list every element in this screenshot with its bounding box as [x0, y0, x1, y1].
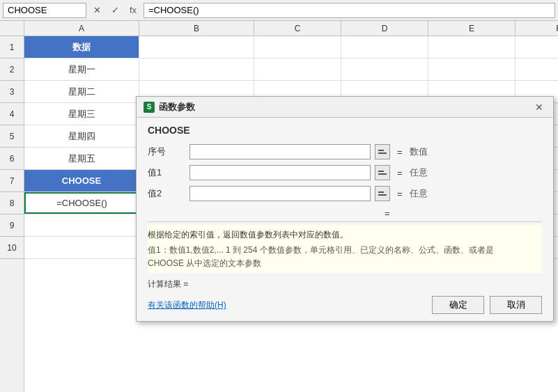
- param-input-wrap-index: = 数值: [189, 144, 542, 159]
- name-box[interactable]: [3, 3, 86, 18]
- row-num-5: 5: [0, 125, 24, 148]
- cell-c1[interactable]: [254, 36, 341, 58]
- col-header-b[interactable]: B: [139, 21, 254, 36]
- column-headers: A B C D E F: [0, 21, 558, 36]
- param-value-val1: 任意: [410, 166, 428, 179]
- cell-a4[interactable]: 星期三: [24, 103, 139, 125]
- confirm-formula-btn[interactable]: ✓: [107, 3, 123, 18]
- cell-a10[interactable]: [24, 237, 139, 258]
- cell-b1[interactable]: [139, 36, 254, 58]
- dialog-title-text: 函数参数: [159, 101, 195, 113]
- dialog-title-bar: S 函数参数 ✕: [137, 97, 553, 118]
- row-numbers: 1 2 3 4 5 6 7 8 9 10: [0, 36, 24, 392]
- param-label-val1: 值1: [148, 166, 189, 179]
- param-label-val2: 值2: [148, 187, 189, 200]
- col-header-e[interactable]: E: [428, 21, 516, 36]
- param-equals-val2: =: [397, 189, 403, 199]
- param-collapse-btn-index[interactable]: [375, 144, 390, 159]
- dialog-icon-label: S: [147, 103, 152, 111]
- cell-a5[interactable]: 星期四: [24, 125, 139, 147]
- function-params-dialog: S 函数参数 ✕ CHOOSE 序号 =: [136, 96, 554, 322]
- svg-rect-0: [378, 152, 387, 154]
- cell-a3[interactable]: 星期二: [24, 81, 139, 102]
- param-row-val2: 值2 = 任意: [148, 186, 542, 201]
- divider: [148, 221, 542, 222]
- calc-result: 计算结果 =: [148, 279, 542, 290]
- help-link[interactable]: 有关该函数的帮助(H): [148, 299, 226, 311]
- cell-a9[interactable]: [24, 214, 139, 236]
- cancel-btn[interactable]: 取消: [490, 296, 542, 314]
- param-row-index: 序号 = 数值: [148, 144, 542, 159]
- row-num-9: 9: [0, 214, 24, 237]
- param-collapse-btn-val2[interactable]: [375, 186, 390, 201]
- cell-a2[interactable]: 星期一: [24, 58, 139, 80]
- svg-rect-5: [378, 191, 384, 193]
- param-equals-val1: =: [397, 168, 403, 178]
- row-num-header-corner: [0, 21, 24, 36]
- function-name: CHOOSE: [148, 125, 542, 136]
- cell-b2[interactable]: [139, 58, 254, 80]
- row-num-3: 3: [0, 81, 24, 103]
- param-input-wrap-val1: = 任意: [189, 165, 542, 180]
- row-num-10: 10: [0, 237, 24, 259]
- desc-main: 根据给定的索引值，返回数值参数列表中对应的数值。: [148, 229, 542, 241]
- col-header-d[interactable]: D: [341, 21, 428, 36]
- table-row: 数据: [24, 36, 558, 58]
- row-num-4: 4: [0, 103, 24, 125]
- col-header-c[interactable]: C: [254, 21, 341, 36]
- cell-a8[interactable]: =CHOOSE(): [24, 192, 139, 214]
- fx-label: fx: [125, 3, 141, 18]
- description-box: 根据给定的索引值，返回数值参数列表中对应的数值。 值1：数值1,数值2,... …: [148, 225, 542, 273]
- result-row: =: [148, 208, 542, 219]
- cell-e1[interactable]: [428, 36, 516, 58]
- param-input-val1[interactable]: [189, 165, 371, 180]
- close-dialog-btn[interactable]: ✕: [532, 100, 546, 114]
- svg-rect-4: [378, 194, 387, 196]
- dialog-body: CHOOSE 序号 = 数值 值1: [137, 118, 553, 321]
- col-header-f[interactable]: F: [516, 21, 558, 36]
- row-num-7: 7: [0, 170, 24, 192]
- result-equals: =: [385, 208, 390, 219]
- param-equals-index: =: [397, 147, 403, 157]
- cell-a7[interactable]: CHOOSE: [24, 170, 139, 191]
- svg-rect-3: [378, 171, 384, 172]
- param-input-index[interactable]: [189, 144, 371, 159]
- row-num-2: 2: [0, 58, 24, 81]
- cell-a6[interactable]: 星期五: [24, 148, 139, 169]
- spreadsheet: A B C D E F 1 2 3 4 5 6 7 8 9 10 数据: [0, 21, 558, 392]
- param-value-val2: 任意: [410, 187, 428, 200]
- calc-result-label: 计算结果 =: [148, 279, 188, 290]
- cell-a1[interactable]: 数据: [24, 36, 139, 58]
- cell-d2[interactable]: [341, 58, 428, 80]
- cell-d1[interactable]: [341, 36, 428, 58]
- svg-rect-1: [378, 150, 384, 151]
- dialog-icon: S: [144, 102, 155, 113]
- confirm-btn[interactable]: 确定: [432, 296, 484, 314]
- col-header-a[interactable]: A: [24, 21, 139, 36]
- table-row: 星期一: [24, 58, 558, 81]
- param-collapse-btn-val1[interactable]: [375, 165, 390, 180]
- cancel-formula-btn[interactable]: ✕: [89, 3, 104, 18]
- param-row-val1: 值1 = 任意: [148, 165, 542, 180]
- row-num-8: 8: [0, 192, 24, 214]
- cell-e2[interactable]: [428, 58, 516, 80]
- cell-c2[interactable]: [254, 58, 341, 80]
- cell-f2[interactable]: [516, 58, 558, 80]
- param-input-wrap-val2: = 任意: [189, 186, 542, 201]
- cell-f1[interactable]: [516, 36, 558, 58]
- param-label-index: 序号: [148, 146, 189, 158]
- svg-rect-2: [378, 173, 387, 175]
- row-num-1: 1: [0, 36, 24, 58]
- param-value-index: 数值: [410, 146, 428, 158]
- formula-bar: ✕ ✓ fx: [0, 0, 558, 21]
- row-num-6: 6: [0, 148, 24, 170]
- desc-detail: 值1：数值1,数值2,... 1 到 254 个数值参数，单元格引用、已定义的名…: [148, 244, 542, 270]
- dialog-title: S 函数参数: [144, 101, 195, 113]
- param-input-val2[interactable]: [189, 186, 371, 201]
- formula-input[interactable]: [144, 3, 555, 18]
